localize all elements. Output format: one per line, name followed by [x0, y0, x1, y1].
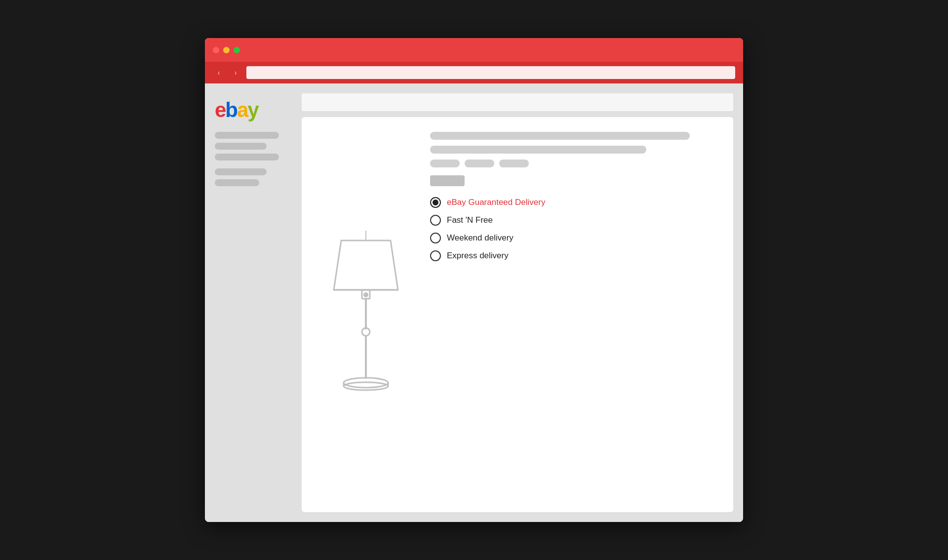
svg-marker-0	[334, 240, 398, 290]
lamp-illustration	[316, 132, 415, 497]
logo-b: b	[225, 98, 237, 121]
product-price	[430, 175, 465, 186]
delivery-option-guaranteed[interactable]: eBay Guaranteed Delivery	[430, 197, 718, 208]
forward-button[interactable]: ›	[230, 67, 241, 79]
sidebar-bar	[215, 168, 267, 175]
sidebar-bar	[215, 179, 259, 186]
product-tag-2	[465, 160, 494, 167]
delivery-option-weekend[interactable]: Weekend delivery	[430, 233, 718, 243]
nav-bar: ‹ ›	[205, 62, 743, 83]
product-details: eBay Guaranteed Delivery Fast 'N Free We…	[430, 132, 718, 497]
delivery-label-fastnfree: Fast 'N Free	[447, 215, 493, 225]
address-bar[interactable]	[246, 66, 735, 79]
delivery-options: eBay Guaranteed Delivery Fast 'N Free We…	[430, 197, 718, 261]
close-button[interactable]	[213, 47, 219, 53]
radio-express[interactable]	[430, 250, 441, 261]
radio-guaranteed[interactable]	[430, 197, 441, 208]
ebay-logo: ebay	[215, 98, 294, 122]
sidebar: ebay	[215, 93, 294, 512]
sidebar-group-2	[215, 168, 294, 186]
product-title-bar-2	[430, 146, 646, 154]
maximize-button[interactable]	[234, 47, 240, 53]
browser-window: ‹ › ebay	[205, 38, 743, 522]
logo-y: y	[247, 98, 258, 121]
main-content: eBay Guaranteed Delivery Fast 'N Free We…	[302, 93, 733, 512]
radio-fastnfree[interactable]	[430, 215, 441, 226]
minimize-button[interactable]	[223, 47, 230, 53]
sidebar-group-1	[215, 132, 294, 160]
product-tag-3	[499, 160, 529, 167]
sidebar-bar	[215, 143, 267, 150]
delivery-option-fastnfree[interactable]: Fast 'N Free	[430, 215, 718, 226]
delivery-label-weekend: Weekend delivery	[447, 233, 514, 243]
delivery-option-express[interactable]: Express delivery	[430, 250, 718, 261]
product-title-bar-1	[430, 132, 690, 140]
product-tag-1	[430, 160, 460, 167]
radio-weekend[interactable]	[430, 233, 441, 243]
delivery-label-guaranteed: eBay Guaranteed Delivery	[447, 198, 545, 207]
back-button[interactable]: ‹	[213, 67, 225, 79]
svg-point-11	[363, 292, 368, 297]
delivery-label-express: Express delivery	[447, 251, 509, 261]
search-bar[interactable]	[302, 93, 733, 111]
sidebar-bar	[215, 132, 279, 139]
title-bar	[205, 38, 743, 62]
product-card: eBay Guaranteed Delivery Fast 'N Free We…	[302, 117, 733, 512]
browser-content: ebay	[205, 83, 743, 522]
product-tags-row	[430, 160, 718, 167]
logo-a: a	[237, 98, 247, 121]
logo-e: e	[215, 98, 225, 121]
sidebar-bar	[215, 154, 279, 160]
